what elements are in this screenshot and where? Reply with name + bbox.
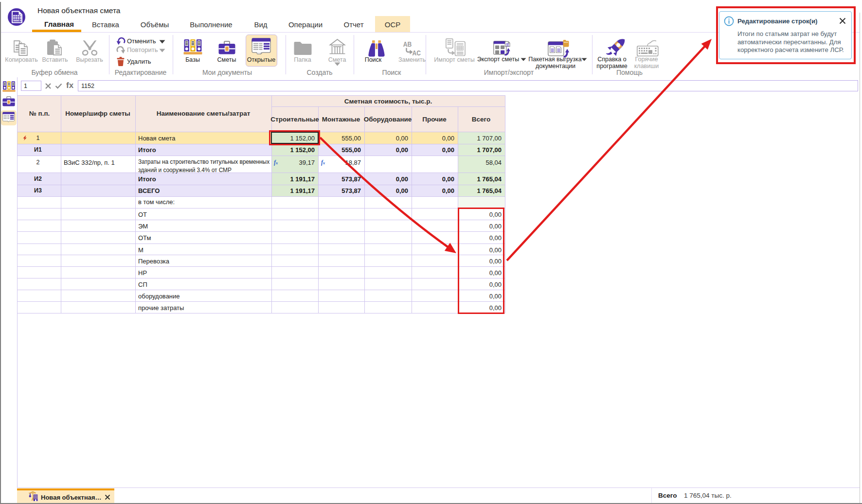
svg-text:AB: AB [403,40,412,48]
svg-text:AC: AC [413,49,421,57]
